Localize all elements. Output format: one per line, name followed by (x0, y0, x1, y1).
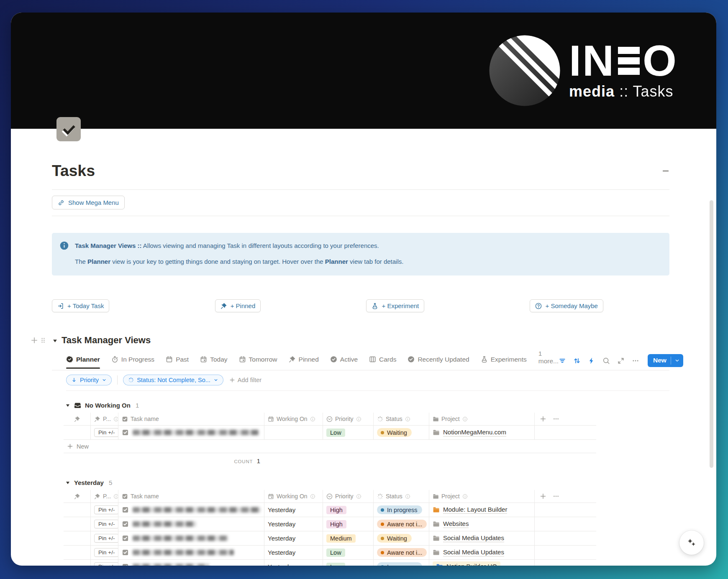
checkbox-checked-icon[interactable] (122, 563, 129, 566)
filter-icon[interactable] (559, 357, 566, 365)
cell-priority[interactable]: Low (323, 546, 374, 559)
redacted-task-name[interactable] (133, 521, 196, 527)
filter-chip-priority[interactable]: Priority (66, 375, 112, 385)
column-project[interactable]: Project (429, 490, 535, 502)
column-pin[interactable] (64, 490, 91, 502)
cell-working-on[interactable]: Yesterday (264, 560, 323, 566)
show-mega-menu-button[interactable]: Show Mega Menu (52, 196, 125, 209)
checkbox-checked-icon[interactable] (122, 506, 129, 513)
pin-toggle-button[interactable]: Pin +/- (94, 428, 118, 437)
column-status[interactable]: Status (374, 490, 429, 502)
quick-button-pinned[interactable]: + Pinned (215, 299, 261, 312)
checkbox-checked-icon[interactable] (122, 429, 129, 436)
tab-tomorrow[interactable]: Tomorrow (239, 352, 277, 368)
column-status[interactable]: Status (374, 413, 429, 425)
column-project[interactable]: Project (429, 413, 535, 425)
cell-priority[interactable]: Low (323, 426, 374, 439)
new-button[interactable]: New (648, 354, 683, 367)
cell-pin[interactable] (64, 531, 91, 545)
pin-toggle-button[interactable]: Pin +/- (94, 548, 118, 557)
add-filter-button[interactable]: Add filter (229, 377, 261, 383)
checkbox-checked-icon[interactable] (122, 549, 129, 556)
page-icon-checkmark[interactable] (56, 117, 81, 141)
column-priority[interactable]: Priority (323, 490, 374, 502)
checkbox-checked-icon[interactable] (122, 520, 129, 528)
cell-status[interactable]: In progress (374, 503, 429, 517)
tab-past[interactable]: Past (166, 352, 189, 368)
project-link[interactable]: NotionMegaMenu.com (433, 429, 506, 436)
new-button-label[interactable]: New (648, 354, 671, 367)
pin-toggle-button[interactable]: Pin +/- (94, 562, 118, 566)
expand-icon[interactable] (617, 357, 625, 365)
drag-handle-icon[interactable] (40, 337, 46, 344)
cell-task-name[interactable] (118, 546, 264, 559)
cell-pin-toggle[interactable]: Pin +/- (91, 517, 118, 531)
cell-pin-toggle[interactable]: Pin +/- (91, 503, 118, 517)
cell-status[interactable]: Waiting (374, 426, 429, 439)
minus-icon[interactable] (662, 167, 669, 175)
column-priority[interactable]: Priority (323, 413, 374, 425)
column-pinned[interactable]: P... (91, 413, 118, 425)
tab-pinned[interactable]: Pinned (289, 352, 319, 368)
redacted-task-name[interactable] (133, 430, 259, 435)
column-pinned[interactable]: P... (91, 490, 118, 502)
column-working-on[interactable]: Working On (264, 413, 323, 425)
cell-task-name[interactable] (118, 426, 264, 439)
cell-project[interactable]: Module: Layout Builder (429, 503, 535, 517)
table-options-icon[interactable] (553, 493, 559, 500)
redacted-task-name[interactable] (133, 550, 234, 555)
cell-project[interactable]: Social Media Updates (429, 546, 535, 559)
cell-working-on[interactable]: Yesterday (264, 546, 323, 559)
tab-experiments[interactable]: Experiments (481, 352, 527, 368)
cell-priority[interactable]: High (323, 503, 374, 517)
toggle-triangle-icon[interactable] (65, 403, 70, 408)
add-column-icon[interactable] (540, 416, 546, 422)
quick-button-today-task[interactable]: + Today Task (52, 299, 109, 312)
cell-project[interactable]: Notion Builder HQ (429, 560, 535, 566)
cell-pin[interactable] (64, 560, 91, 566)
tab-recently-updated[interactable]: Recently Updated (408, 352, 469, 368)
quick-button-someday-maybe[interactable]: + Someday Maybe (530, 299, 603, 312)
tab-cards[interactable]: Cards (369, 352, 396, 368)
section-title[interactable]: Task Manager Views (62, 335, 151, 346)
toggle-triangle-icon[interactable] (65, 480, 70, 485)
ai-assistant-button[interactable] (679, 531, 704, 555)
cell-pin[interactable] (64, 517, 91, 531)
cell-working-on[interactable]: Yesterday (264, 503, 323, 517)
vertical-scrollbar[interactable] (710, 200, 713, 468)
cell-pin-toggle[interactable]: Pin +/- (91, 426, 118, 439)
add-column-icon[interactable] (540, 493, 546, 500)
cell-task-name[interactable] (118, 503, 264, 517)
checkbox-checked-icon[interactable] (122, 535, 129, 542)
cell-working-on[interactable]: Yesterday (264, 531, 323, 545)
project-link[interactable]: Module: Layout Builder (433, 506, 507, 514)
project-link[interactable]: Notion Builder HQ (433, 561, 500, 566)
pin-toggle-button[interactable]: Pin +/- (94, 534, 118, 543)
page-title[interactable]: Tasks (52, 162, 95, 180)
column-pin[interactable] (64, 413, 91, 425)
cell-task-name[interactable] (118, 560, 264, 566)
group-name[interactable]: No Working On (85, 402, 131, 409)
cell-pin[interactable] (64, 546, 91, 559)
cell-working-on[interactable]: Yesterday (264, 517, 323, 531)
redacted-task-name[interactable] (133, 536, 228, 541)
tab-planner[interactable]: Planner (66, 352, 100, 368)
more-options-icon[interactable] (632, 357, 639, 365)
search-icon[interactable] (602, 357, 610, 365)
table-options-icon[interactable] (553, 416, 559, 422)
cell-status[interactable]: Waiting (374, 531, 429, 545)
cell-task-name[interactable] (118, 531, 264, 545)
cell-project[interactable]: Websites (429, 517, 535, 531)
add-block-icon[interactable] (31, 337, 38, 344)
pin-toggle-button[interactable]: Pin +/- (94, 505, 118, 514)
cell-priority[interactable]: Medium (323, 531, 374, 545)
column-working-on[interactable]: Working On (264, 490, 323, 502)
pin-toggle-button[interactable]: Pin +/- (94, 520, 118, 528)
cell-pin-toggle[interactable]: Pin +/- (91, 531, 118, 545)
quick-button-experiment[interactable]: + Experiment (366, 299, 424, 312)
cell-pin[interactable] (64, 426, 91, 439)
cell-pin-toggle[interactable]: Pin +/- (91, 560, 118, 566)
project-link[interactable]: Websites (433, 520, 469, 528)
tab-in-progress[interactable]: In Progress (111, 352, 154, 368)
cell-status[interactable]: In progress (374, 560, 429, 566)
